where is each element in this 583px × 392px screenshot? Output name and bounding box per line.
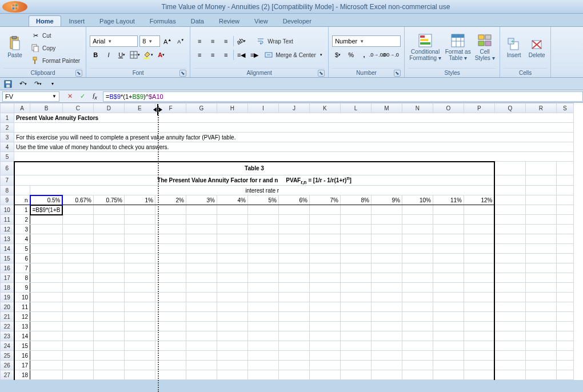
font-color-button[interactable]: A▾: [155, 49, 167, 61]
cell[interactable]: [93, 263, 124, 273]
cell[interactable]: [525, 273, 556, 283]
cell[interactable]: [525, 331, 556, 341]
cell[interactable]: [124, 361, 155, 370]
cell[interactable]: [217, 351, 247, 361]
tab-formulas[interactable]: Formulas: [143, 16, 183, 26]
cell[interactable]: [556, 302, 573, 312]
cancel-formula-button[interactable]: ✕: [64, 91, 75, 102]
decrease-indent-button[interactable]: ≡◀: [235, 49, 247, 61]
cell[interactable]: 1%: [124, 195, 155, 205]
cell[interactable]: 10: [14, 293, 30, 302]
cell[interactable]: [124, 234, 155, 244]
cell[interactable]: [247, 283, 278, 293]
cell[interactable]: [62, 234, 93, 244]
cell[interactable]: [30, 293, 63, 302]
cell[interactable]: [494, 215, 525, 225]
col-header[interactable]: A: [14, 103, 30, 113]
cell[interactable]: [155, 341, 186, 351]
cell[interactable]: [556, 175, 573, 186]
cell[interactable]: 0.75%: [93, 195, 124, 205]
cell[interactable]: [371, 351, 402, 361]
cell[interactable]: [464, 302, 494, 312]
cell[interactable]: [433, 254, 464, 263]
underline-button[interactable]: U▾: [116, 49, 127, 61]
cell[interactable]: [247, 244, 278, 254]
cell[interactable]: [217, 341, 247, 351]
cell[interactable]: [494, 225, 525, 234]
cell[interactable]: [124, 244, 155, 254]
row-header[interactable]: 10: [1, 205, 14, 215]
row-header[interactable]: 20: [1, 302, 14, 312]
cell[interactable]: [217, 302, 247, 312]
col-header[interactable]: C: [62, 103, 93, 113]
cell[interactable]: 5%: [247, 195, 278, 205]
cell[interactable]: [340, 234, 371, 244]
cell[interactable]: [93, 234, 124, 244]
cell[interactable]: [155, 331, 186, 341]
cell[interactable]: [278, 361, 309, 370]
col-header[interactable]: L: [340, 103, 371, 113]
cell[interactable]: [93, 351, 124, 361]
align-top-button[interactable]: ≡: [194, 35, 205, 47]
cell[interactable]: [124, 302, 155, 312]
cell[interactable]: [464, 322, 494, 331]
delete-cells-button[interactable]: Delete: [526, 28, 547, 66]
cell[interactable]: [340, 302, 371, 312]
cell[interactable]: [278, 205, 309, 215]
cell[interactable]: [186, 283, 217, 293]
cell[interactable]: [30, 312, 63, 322]
cell[interactable]: [155, 293, 186, 302]
cell[interactable]: [556, 195, 573, 205]
cell[interactable]: [124, 215, 155, 225]
cell[interactable]: [340, 273, 371, 283]
cell[interactable]: [433, 225, 464, 234]
row-header[interactable]: 8: [1, 186, 14, 195]
col-header[interactable]: P: [464, 103, 494, 113]
cell[interactable]: [62, 263, 93, 273]
cell[interactable]: [464, 341, 494, 351]
row-header[interactable]: 22: [1, 322, 14, 331]
row-header[interactable]: 27: [1, 370, 14, 380]
tab-insert[interactable]: Insert: [62, 16, 92, 26]
cell[interactable]: [309, 341, 340, 351]
align-bottom-button[interactable]: ≡: [220, 35, 231, 47]
row-header[interactable]: 11: [1, 215, 14, 225]
format-as-table-button[interactable]: Format as Table ▾: [445, 28, 471, 66]
cell[interactable]: [30, 351, 63, 361]
tab-view[interactable]: View: [247, 16, 275, 26]
col-header[interactable]: J: [278, 103, 309, 113]
cell[interactable]: 17: [14, 361, 30, 370]
col-header[interactable]: N: [402, 103, 433, 113]
cell[interactable]: [433, 370, 464, 380]
cell[interactable]: [433, 341, 464, 351]
cell[interactable]: 3%: [186, 195, 217, 205]
cell[interactable]: [62, 370, 93, 380]
merge-center-button[interactable]: Merge & Center▾: [262, 49, 325, 61]
cell[interactable]: [93, 312, 124, 322]
cell[interactable]: [494, 263, 525, 273]
cell[interactable]: [525, 195, 556, 205]
cell[interactable]: [402, 254, 433, 263]
align-middle-button[interactable]: ≡: [207, 35, 218, 47]
cell[interactable]: 3: [14, 225, 30, 234]
cell[interactable]: [402, 322, 433, 331]
col-header[interactable]: K: [309, 103, 340, 113]
cell[interactable]: [556, 244, 573, 254]
cell[interactable]: [247, 302, 278, 312]
tab-home[interactable]: Home: [29, 15, 61, 26]
cell[interactable]: [371, 215, 402, 225]
cell[interactable]: 2: [14, 215, 30, 225]
cell[interactable]: [278, 302, 309, 312]
cell[interactable]: [402, 302, 433, 312]
increase-decimal-button[interactable]: .0→.00: [372, 49, 383, 61]
cell[interactable]: [433, 302, 464, 312]
cell[interactable]: [433, 312, 464, 322]
italic-button[interactable]: I: [103, 49, 114, 61]
cell[interactable]: [217, 215, 247, 225]
cell[interactable]: [186, 312, 217, 322]
cell[interactable]: [30, 322, 63, 331]
cell[interactable]: [464, 254, 494, 263]
cell[interactable]: [556, 283, 573, 293]
cell[interactable]: [30, 341, 63, 351]
cell[interactable]: [556, 263, 573, 273]
